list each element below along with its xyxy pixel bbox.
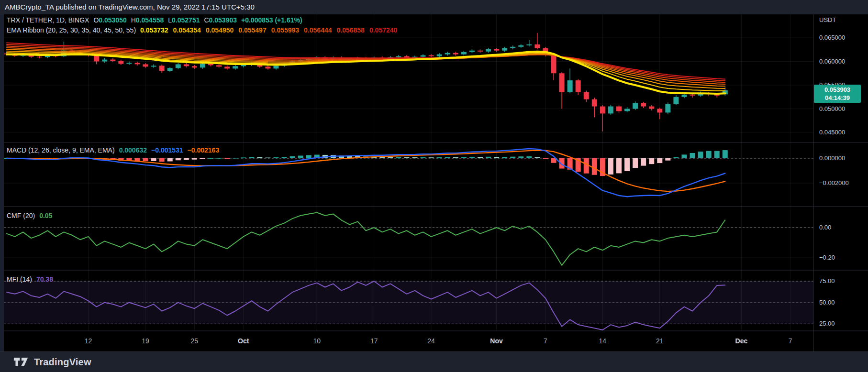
last-price-badge: 0.053903 04:14:39 — [814, 85, 861, 103]
macd-legend[interactable]: MACD (12, 26, close, 9, EMA, EMA) 0.0006… — [7, 146, 219, 154]
ohlc-high: H0.054558 — [131, 16, 164, 24]
mfi-tick-label: 25.00 — [819, 320, 835, 327]
quote-currency-label: USDT — [819, 16, 836, 23]
cmf-legend[interactable]: CMF (20) 0.05 — [7, 212, 52, 219]
macd-tick-label: 0.000000 — [819, 154, 845, 162]
macd-tick-label: −0.002000 — [819, 179, 849, 186]
time-tick-label: 7 — [777, 337, 804, 345]
time-tick-label: 19 — [132, 337, 159, 345]
macd-histogram-value: 0.000632 — [119, 146, 147, 154]
ohlc-close: C0.053903 — [204, 16, 237, 24]
price-tick-label: 0.050000 — [819, 105, 845, 112]
ema-value: 0.057240 — [369, 26, 397, 34]
price-tick-label: 0.060000 — [819, 58, 845, 65]
ema-ribbon-legend[interactable]: EMA Ribbon (20, 25, 30, 35, 40, 45, 50, … — [7, 26, 397, 34]
footer-bar: TradingView — [0, 351, 868, 372]
tradingview-brand-text[interactable]: TradingView — [34, 357, 91, 368]
time-tick-label: Dec — [728, 337, 755, 345]
mfi-title[interactable]: MFI (14) — [7, 275, 32, 283]
change-value: +0.000853 (+1.61%) — [241, 16, 302, 24]
mfi-tick-label: 50.00 — [819, 299, 835, 306]
countdown-timer: 04:14:39 — [814, 94, 861, 102]
attribution-text: AMBCrypto_TA published on TradingView.co… — [5, 3, 255, 11]
time-tick-label: 10 — [303, 337, 330, 345]
mfi-legend[interactable]: MFI (14) 70.38 — [7, 275, 53, 283]
ema-value: 0.055497 — [238, 26, 266, 34]
ohlc-low: L0.052751 — [168, 16, 200, 24]
macd-line-value: −0.001531 — [151, 146, 183, 154]
ema-ribbon-values: 0.0537320.0543540.0549500.0554970.055993… — [140, 26, 397, 34]
ema-value: 0.056858 — [337, 26, 365, 34]
cmf-title[interactable]: CMF (20) — [7, 212, 35, 219]
price-tick-label: 0.045000 — [819, 129, 845, 136]
time-tick-label: 21 — [646, 337, 673, 345]
time-tick-label: Nov — [483, 337, 510, 345]
time-tick-label: Oct — [230, 337, 257, 345]
symbol-legend[interactable]: TRX / TETHER, 1D, BINGX O0.053050 H0.054… — [7, 16, 302, 24]
time-tick-label: 17 — [361, 337, 388, 345]
ema-value: 0.054354 — [173, 26, 200, 34]
cmf-tick-label: 0.00 — [819, 224, 831, 231]
macd-title[interactable]: MACD (12, 26, close, 9, EMA, EMA) — [7, 146, 115, 154]
ema-ribbon-title[interactable]: EMA Ribbon (20, 25, 30, 35, 40, 45, 50, … — [7, 26, 136, 34]
price-tick-label: 0.065000 — [819, 34, 845, 41]
attribution-bar: AMBCrypto_TA published on TradingView.co… — [0, 0, 868, 14]
time-tick-label: 24 — [418, 337, 445, 345]
mfi-value: 70.38 — [36, 275, 53, 283]
macd-signal-value: −0.002163 — [188, 146, 220, 154]
tradingview-logo-icon[interactable] — [13, 357, 29, 367]
symbol-title[interactable]: TRX / TETHER, 1D, BINGX — [7, 16, 89, 24]
time-tick-label: 25 — [181, 337, 208, 345]
ohlc-open: O0.053050 — [93, 16, 126, 24]
last-price: 0.053903 — [814, 86, 861, 94]
left-gutter — [0, 14, 4, 351]
time-tick-label: 12 — [75, 337, 102, 345]
ema-value: 0.055993 — [271, 26, 299, 34]
cmf-tick-label: −0.20 — [819, 254, 835, 261]
ema-value: 0.056444 — [304, 26, 332, 34]
mfi-tick-label: 75.00 — [819, 277, 835, 284]
time-tick-label: 14 — [589, 337, 616, 345]
time-tick-label: 7 — [532, 337, 559, 345]
chart-canvas[interactable] — [0, 0, 868, 351]
ema-value: 0.053732 — [140, 26, 168, 34]
ema-value: 0.054950 — [206, 26, 234, 34]
cmf-value: 0.05 — [39, 212, 52, 219]
